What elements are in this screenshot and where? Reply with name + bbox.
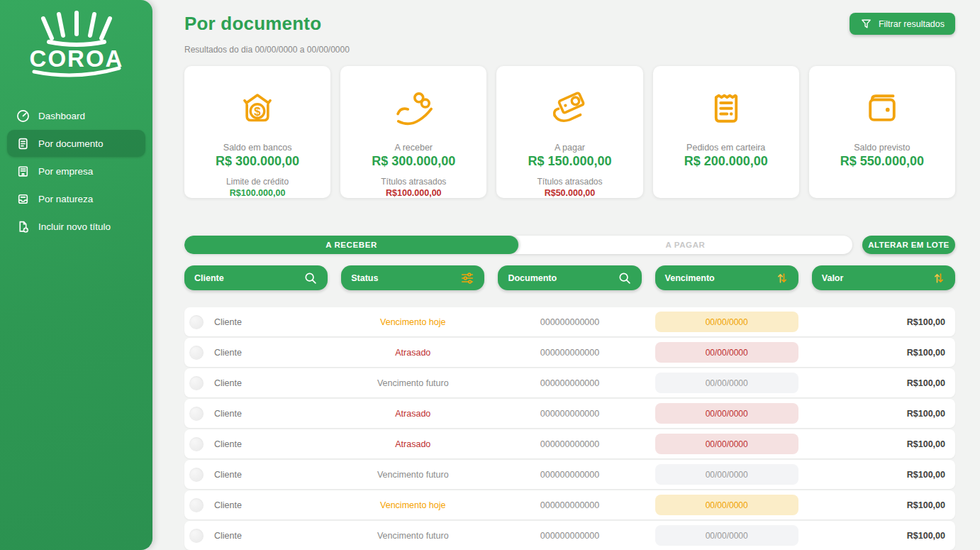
sidebar-item-por-natureza[interactable]: Por natureza [7, 185, 145, 212]
row-value: R$100,00 [812, 500, 955, 510]
card-amount: R$ 150.000,00 [528, 154, 611, 169]
dashboard-gauge-icon [16, 109, 30, 123]
row-value: R$100,00 [812, 348, 955, 358]
card-subamount: R$50.000,00 [545, 188, 596, 198]
row-value: R$100,00 [812, 409, 955, 419]
tab-a-receber[interactable]: A RECEBER [184, 236, 518, 254]
card-subamount: R$100.000,00 [386, 188, 442, 198]
card-amount: R$ 550.000,00 [840, 154, 924, 169]
main-content: Por documento Filtrar resultados Resulta… [152, 0, 980, 550]
row-value: R$100,00 [812, 439, 955, 449]
document-number: 000000000000 [498, 317, 641, 327]
money-bag-icon: $ [235, 79, 279, 140]
table-row[interactable]: Cliente Vencimento hoje 000000000000 00/… [184, 490, 955, 519]
card-amount: R$ 300.000,00 [216, 154, 299, 169]
table-row[interactable]: Cliente Vencimento futuro 000000000000 0… [184, 460, 955, 489]
building-icon [16, 164, 30, 178]
table-row[interactable]: Cliente Atrasado 000000000000 00/00/0000… [184, 399, 955, 428]
sidebar: COROA Dashboard Por documento [0, 0, 152, 550]
sidebar-item-incluir-novo-titulo[interactable]: Incluir novo título [7, 213, 145, 240]
table-row[interactable]: Cliente Atrasado 000000000000 00/00/0000… [184, 429, 955, 458]
row-checkbox[interactable] [189, 529, 204, 543]
card-label: Pedidos em carteira [686, 143, 765, 153]
client-name: Cliente [214, 409, 242, 419]
svg-text:$: $ [254, 105, 261, 119]
funnel-icon [860, 18, 872, 30]
documents-table: Cliente Vencimento hoje 000000000000 00/… [184, 307, 955, 550]
client-name: Cliente [214, 531, 242, 541]
receipt-icon [704, 79, 748, 140]
table-row[interactable]: Cliente Vencimento futuro 000000000000 0… [184, 521, 955, 550]
due-date-badge: 00/00/0000 [655, 403, 798, 424]
add-document-icon [16, 219, 30, 233]
status-label: Vencimento futuro [341, 470, 484, 480]
column-label: Documento [508, 273, 557, 283]
row-value: R$100,00 [812, 470, 955, 480]
card-label: A pagar [555, 143, 585, 153]
table-row[interactable]: Cliente Vencimento futuro 000000000000 0… [184, 368, 955, 397]
column-label: Cliente [194, 273, 224, 283]
card-a-receber: A receber R$ 300.000,00 Títulos atrasado… [340, 66, 486, 198]
due-date-badge: 00/00/0000 [655, 495, 798, 515]
client-name: Cliente [214, 317, 242, 327]
column-label: Status [351, 273, 378, 283]
summary-cards: $ Saldo em bancos R$ 300.000,00 Limite d… [184, 66, 955, 198]
row-checkbox[interactable] [189, 315, 204, 329]
filter-sliders-icon [460, 270, 475, 286]
row-checkbox[interactable] [189, 346, 204, 360]
status-label: Vencimento hoje [341, 500, 484, 510]
table-header: Cliente Status Documento Vencimento Valo… [184, 265, 955, 290]
row-checkbox[interactable] [189, 407, 204, 421]
card-sublabel: Títulos atrasados [381, 177, 446, 187]
status-label: Atrasado [341, 409, 484, 419]
card-label: Saldo previsto [854, 143, 910, 153]
column-header-documento[interactable]: Documento [498, 265, 641, 290]
card-saldo-em-bancos: $ Saldo em bancos R$ 300.000,00 Limite d… [184, 66, 330, 198]
client-name: Cliente [214, 378, 242, 388]
row-value: R$100,00 [812, 378, 955, 388]
table-row[interactable]: Cliente Vencimento hoje 000000000000 00/… [184, 307, 955, 336]
row-checkbox[interactable] [189, 437, 204, 451]
wallet-icon [860, 79, 904, 140]
card-amount: R$ 300.000,00 [372, 154, 455, 169]
hand-coins-icon [391, 79, 435, 140]
filter-results-button[interactable]: Filtrar resultados [850, 13, 955, 35]
sort-arrows-icon [775, 271, 789, 285]
row-value: R$100,00 [812, 317, 955, 327]
tab-a-pagar[interactable]: A PAGAR [518, 236, 852, 254]
client-name: Cliente [214, 500, 242, 510]
document-number: 000000000000 [498, 500, 641, 510]
column-header-status[interactable]: Status [341, 265, 484, 290]
column-label: Vencimento [665, 273, 715, 283]
row-checkbox[interactable] [189, 468, 204, 482]
sidebar-item-por-documento[interactable]: Por documento [7, 130, 145, 157]
status-label: Vencimento hoje [341, 317, 484, 327]
sidebar-item-label: Por natureza [38, 194, 93, 204]
row-checkbox[interactable] [189, 376, 204, 390]
search-icon [303, 270, 318, 286]
row-checkbox[interactable] [189, 498, 204, 512]
inbox-document-icon [16, 192, 30, 206]
sidebar-nav: Dashboard Por documento Por empresa [0, 102, 152, 240]
sidebar-item-dashboard[interactable]: Dashboard [7, 102, 145, 129]
sidebar-item-por-empresa[interactable]: Por empresa [7, 158, 145, 185]
table-row[interactable]: Cliente Atrasado 000000000000 00/00/0000… [184, 338, 955, 367]
document-icon [16, 136, 30, 150]
column-header-cliente[interactable]: Cliente [184, 265, 328, 290]
page-title: Por documento [184, 13, 321, 35]
column-label: Valor [822, 273, 844, 283]
column-header-vencimento[interactable]: Vencimento [655, 265, 798, 290]
status-label: Atrasado [341, 348, 484, 358]
document-number: 000000000000 [498, 348, 641, 358]
client-name: Cliente [214, 439, 242, 449]
coroa-crown-icon: COROA [16, 10, 137, 81]
due-date-badge: 00/00/0000 [655, 342, 798, 363]
document-number: 000000000000 [498, 378, 641, 388]
card-label: Saldo em bancos [223, 143, 292, 153]
batch-edit-button[interactable]: ALTERAR EM LOTE [862, 236, 955, 254]
card-subamount: R$100.000,00 [230, 188, 286, 198]
status-label: Atrasado [341, 439, 484, 449]
logo-text: COROA [29, 45, 123, 72]
tab-bar: A RECEBER A PAGAR ALTERAR EM LOTE [184, 236, 955, 254]
column-header-valor[interactable]: Valor [812, 265, 955, 290]
